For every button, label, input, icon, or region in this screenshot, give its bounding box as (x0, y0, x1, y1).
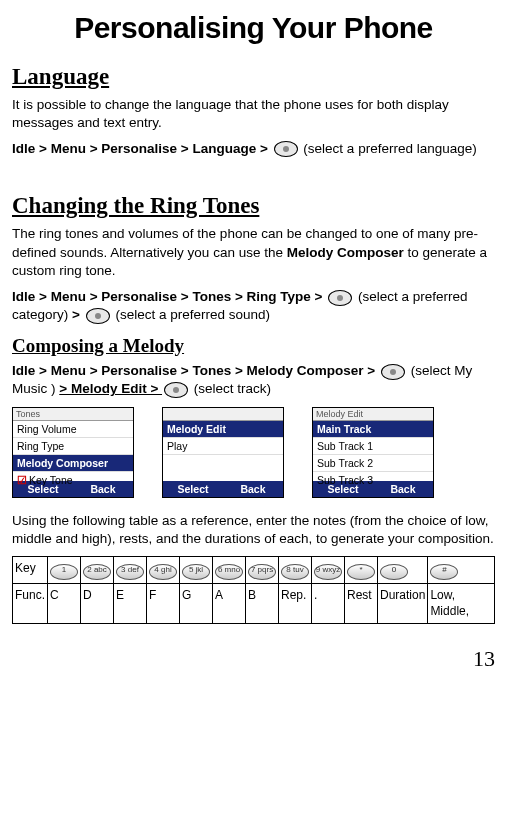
ringtones-heading: Changing the Ring Tones (12, 190, 495, 221)
ringtones-path-suffix: (select a preferred sound) (115, 307, 270, 322)
table-row-keys: Key 1 2 abc 3 def 4 ghi 5 jkl 6 mno 7 pq… (13, 557, 495, 584)
keypad-star-icon: * (347, 564, 375, 580)
nav-center-icon (274, 141, 298, 157)
keypad-2-icon: 2 abc (83, 564, 111, 580)
screen-header: Melody Edit (313, 408, 433, 421)
screen-row-selected: Main Track (313, 421, 433, 438)
screen-header: Tones (13, 408, 133, 421)
screenshots-row: Tones Ring Volume Ring Type Melody Compo… (12, 407, 495, 498)
softkey-back: Back (373, 481, 433, 497)
language-path: Idle > Menu > Personalise > Language > (… (12, 140, 495, 158)
keypad-9-icon: 9 wxyz (314, 564, 342, 580)
screen-tones: Tones Ring Volume Ring Type Melody Compo… (12, 407, 134, 498)
cell-key: 7 pqrs (246, 557, 279, 584)
key-function-table: Key 1 2 abc 3 def 4 ghi 5 jkl 6 mno 7 pq… (12, 556, 495, 623)
keypad-0-icon: 0 (380, 564, 408, 580)
cell-key-label: Key (13, 557, 48, 584)
cell-key: 3 def (114, 557, 147, 584)
screen-row: Ring Volume (13, 421, 133, 438)
cell-func: Duration (378, 584, 428, 623)
softkey-back: Back (73, 481, 133, 497)
language-intro: It is possible to change the language th… (12, 96, 495, 132)
ringtones-intro-bold: Melody Composer (287, 245, 404, 260)
page-number: 13 (12, 644, 495, 674)
cell-key: 2 abc (81, 557, 114, 584)
screen-melody-edit-2: Melody Edit Main Track Sub Track 1 Sub T… (312, 407, 434, 498)
screen-row-selected: Melody Edit (163, 421, 283, 438)
keypad-3-icon: 3 def (116, 564, 144, 580)
keypad-8-icon: 8 tuv (281, 564, 309, 580)
cell-func: Rep. (279, 584, 312, 623)
ringtones-path-mid2: > (72, 307, 84, 322)
composing-path: Idle > Menu > Personalise > Tones > Melo… (12, 362, 495, 398)
screen-melody-edit-1: Melody Edit Play Select Back (162, 407, 284, 498)
screen-footer: Select Back (313, 481, 433, 497)
screen-header (163, 408, 283, 421)
ringtones-path-prefix: Idle > Menu > Personalise > Tones > Ring… (12, 289, 326, 304)
nav-center-icon (164, 382, 188, 398)
cell-func: Rest (345, 584, 378, 623)
softkey-select: Select (13, 481, 73, 497)
softkey-back: Back (223, 481, 283, 497)
screen-footer: Select Back (163, 481, 283, 497)
keypad-7-icon: 7 pqrs (248, 564, 276, 580)
cell-func: E (114, 584, 147, 623)
composing-heading: Composing a Melody (12, 333, 495, 359)
composing-table-intro: Using the following table as a reference… (12, 512, 495, 548)
screen-footer: Select Back (13, 481, 133, 497)
keypad-hash-icon: # (430, 564, 458, 580)
softkey-select: Select (163, 481, 223, 497)
cell-func: C (48, 584, 81, 623)
cell-func-label: Func. (13, 584, 48, 623)
cell-key: 6 mno (213, 557, 246, 584)
cell-key: 9 wxyz (312, 557, 345, 584)
composing-path-bold2: > Melody Edit > (59, 381, 162, 396)
ringtones-path: Idle > Menu > Personalise > Tones > Ring… (12, 288, 495, 324)
language-heading: Language (12, 61, 495, 92)
cell-key: # (428, 557, 495, 584)
ringtones-intro: The ring tones and volumes of the phone … (12, 225, 495, 280)
nav-center-icon (381, 364, 405, 380)
cell-key: 1 (48, 557, 81, 584)
cell-func: . (312, 584, 345, 623)
cell-func: F (147, 584, 180, 623)
cell-func: G (180, 584, 213, 623)
softkey-select: Select (313, 481, 373, 497)
composing-path-suffix: (select track) (194, 381, 271, 396)
keypad-1-icon: 1 (50, 564, 78, 580)
language-path-suffix: (select a preferred language) (303, 141, 476, 156)
cell-key: 8 tuv (279, 557, 312, 584)
keypad-5-icon: 5 jkl (182, 564, 210, 580)
nav-center-icon (86, 308, 110, 324)
cell-func: Low, Middle, (428, 584, 495, 623)
language-path-prefix: Idle > Menu > Personalise > Language > (12, 141, 272, 156)
cell-key: 0 (378, 557, 428, 584)
keypad-4-icon: 4 ghi (149, 564, 177, 580)
cell-func: A (213, 584, 246, 623)
screen-row: Ring Type (13, 438, 133, 455)
cell-func: D (81, 584, 114, 623)
composing-path-prefix: Idle > Menu > Personalise > Tones > Melo… (12, 363, 379, 378)
screen-row: Sub Track 2 (313, 455, 433, 472)
cell-key: 4 ghi (147, 557, 180, 584)
screen-row: Sub Track 1 (313, 438, 433, 455)
page-title: Personalising Your Phone (12, 8, 495, 49)
table-row-funcs: Func. C D E F G A B Rep. . Rest Duration… (13, 584, 495, 623)
keypad-6-icon: 6 mno (215, 564, 243, 580)
nav-center-icon (328, 290, 352, 306)
screen-row-selected: Melody Composer (13, 455, 133, 472)
cell-key: * (345, 557, 378, 584)
cell-func: B (246, 584, 279, 623)
screen-row: Play (163, 438, 283, 455)
cell-key: 5 jkl (180, 557, 213, 584)
